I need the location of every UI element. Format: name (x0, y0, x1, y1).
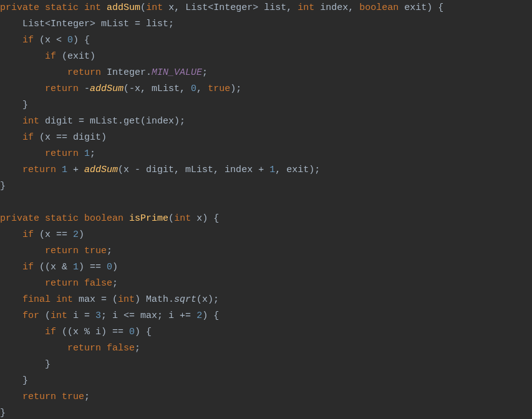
token-kw: static (45, 213, 79, 224)
token-punct: ) { (202, 311, 219, 321)
token-kw: boolean (359, 2, 399, 13)
token-fn: isPrime (129, 213, 168, 224)
code-line[interactable]: return Integer.MIN_VALUE; (0, 65, 532, 81)
token-punct: > mList = list; (90, 19, 174, 29)
token-kw: return false (67, 343, 135, 354)
token-punct: } (0, 100, 28, 110)
token-punct: ) == (79, 262, 107, 272)
token-punct: ) { (135, 327, 152, 337)
token-kw: return (22, 165, 56, 175)
token-punct (0, 294, 22, 305)
token-punct: ( (168, 213, 174, 224)
code-line[interactable]: for (int i = 3; i <= max; i += 2) { (0, 308, 532, 324)
code-line[interactable]: if (exit) (0, 49, 532, 65)
token-punct: } (0, 359, 51, 370)
token-punct (0, 148, 45, 159)
token-punct: } (0, 181, 6, 191)
token-punct (101, 2, 107, 13)
code-line[interactable]: if (x == 2) (0, 227, 532, 243)
token-punct: + (67, 165, 84, 175)
code-line[interactable]: if (x < 0) { (0, 32, 532, 49)
code-line[interactable]: List<Integer> mList = list; (0, 16, 532, 32)
token-punct (0, 67, 67, 78)
token-type: Integer (51, 19, 90, 29)
token-punct: x) { (191, 213, 219, 224)
code-line[interactable]: return true; (0, 389, 532, 405)
code-line[interactable]: } (0, 178, 532, 195)
token-punct: ; (107, 246, 112, 256)
code-line[interactable]: } (0, 357, 532, 373)
token-punct (39, 2, 45, 13)
token-num: 0 (129, 327, 135, 337)
token-num: 0 (191, 84, 196, 94)
code-line[interactable]: return false; (0, 276, 532, 292)
code-line[interactable]: return true; (0, 243, 532, 259)
token-punct (0, 246, 45, 256)
token-kw: int (146, 2, 163, 13)
code-line[interactable]: if ((x & 1) == 0) (0, 259, 532, 276)
token-kw: return true (45, 246, 107, 256)
code-line[interactable]: private static boolean isPrime(int x) { (0, 211, 532, 227)
token-punct (0, 278, 45, 289)
code-line[interactable]: if (x == digit) (0, 130, 532, 146)
token-punct: , (196, 84, 208, 94)
token-kw: private (0, 2, 39, 13)
token-punct (79, 2, 84, 13)
token-punct: max = ( (73, 294, 118, 305)
token-punct (0, 51, 45, 62)
token-punct: ((x % i) == (56, 327, 129, 337)
token-punct: ) Math. (135, 294, 174, 305)
token-punct: (x); (196, 294, 219, 305)
token-punct: ; (84, 392, 90, 402)
code-editor[interactable]: private static int addSum(int x, List<In… (0, 0, 532, 419)
token-punct: (x == digit) (34, 132, 107, 143)
token-fncall-italic: addSum (84, 165, 118, 175)
token-kw: return (45, 84, 79, 94)
token-kw: int (174, 213, 191, 224)
code-line[interactable]: private static int addSum(int x, List<In… (0, 0, 532, 16)
code-line[interactable]: return false; (0, 340, 532, 357)
token-punct (0, 343, 67, 354)
code-line[interactable]: return -addSum(-x, mList, 0, true); (0, 81, 532, 97)
token-punct: (x < (34, 35, 67, 46)
code-line[interactable]: int digit = mList.get(index); (0, 113, 532, 130)
token-punct: digit = mList.get(index); (39, 116, 185, 127)
token-fncall-italic: addSum (90, 84, 123, 94)
token-kw: int (84, 2, 101, 13)
token-punct: ; (135, 343, 140, 354)
token-kw: if (22, 262, 34, 272)
code-line[interactable]: } (0, 97, 532, 113)
code-line[interactable]: } (0, 405, 532, 419)
token-kw: final int (22, 294, 73, 305)
token-kw: static (45, 2, 79, 13)
token-punct (0, 165, 22, 175)
token-punct (0, 229, 22, 240)
token-kw: if (45, 327, 56, 337)
token-punct (39, 213, 45, 224)
code-line[interactable]: } (0, 373, 532, 389)
token-num: 0 (107, 262, 112, 272)
code-line[interactable]: return 1; (0, 146, 532, 162)
token-type: Integer (213, 2, 253, 13)
token-kw: return true (22, 392, 84, 402)
token-punct: ) (79, 229, 84, 240)
code-line[interactable] (0, 195, 532, 211)
token-punct: < (208, 2, 213, 13)
code-line[interactable]: if ((x % i) == 0) { (0, 324, 532, 340)
token-punct (0, 84, 45, 94)
token-kw: int (297, 2, 314, 13)
token-type: List (185, 2, 208, 13)
token-punct (0, 392, 22, 402)
token-punct: ( (39, 311, 51, 321)
token-num: 1 (84, 148, 90, 159)
token-num: 2 (73, 229, 79, 240)
token-kw: true (208, 84, 230, 94)
token-num: 1 (73, 262, 79, 272)
token-punct: ; i <= max; i += (101, 311, 196, 321)
token-punct: (exit) (56, 51, 95, 62)
token-punct: - (79, 84, 90, 94)
code-line[interactable]: final int max = (int) Math.sqrt(x); (0, 292, 532, 308)
token-kw: if (22, 35, 34, 46)
token-num: 0 (67, 35, 73, 46)
code-line[interactable]: return 1 + addSum(x - digit, mList, inde… (0, 162, 532, 178)
